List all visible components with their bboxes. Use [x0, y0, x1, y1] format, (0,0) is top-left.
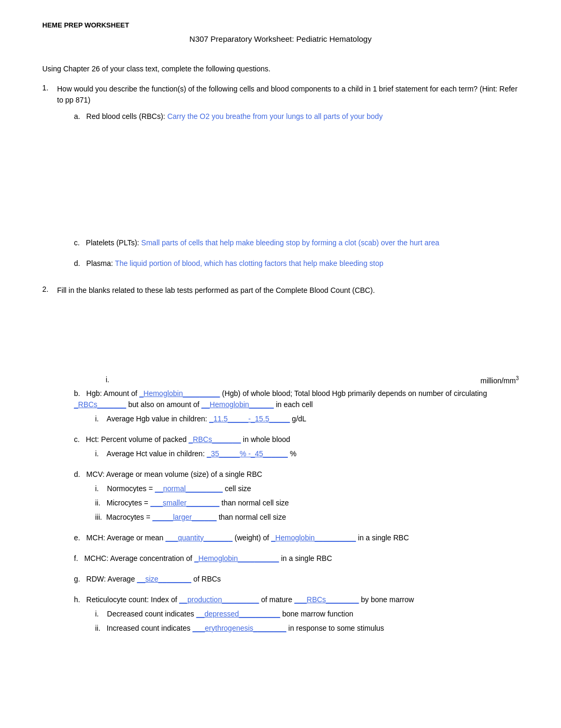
- q2-c-i-blank: _35_____% -_45______: [207, 449, 287, 458]
- intro-text: Using Chapter 26 of your class text, com…: [42, 64, 519, 73]
- rbc-roman-i-unit: million/mm3: [481, 375, 519, 385]
- q2-b-blank3: __Hemoglobin______: [201, 400, 274, 409]
- q2-g-text2: of RBCs: [193, 575, 221, 583]
- q2-d-sub-iii: iii. Macrocytes = _____larger______ than…: [95, 512, 519, 523]
- q2-g-label: g.: [74, 575, 84, 583]
- q1-d-label: d.: [74, 259, 84, 268]
- q2-h-sub-ii: ii. Increased count indicates ___erythro…: [95, 623, 519, 634]
- q2-f-blank1: _Hemoglobin__________: [194, 554, 279, 563]
- q2-d-i-blank: __normal_________: [155, 484, 222, 493]
- q2-h-label: h.: [74, 595, 84, 604]
- page-title: N307 Preparatory Worksheet: Pediatric He…: [42, 34, 519, 43]
- q2-b-sub-i: i. Average Hgb value in children: _11.5_…: [95, 413, 519, 425]
- q2-c-blank1: _RBCs_______: [189, 435, 241, 444]
- q2-f-text2: in a single RBC: [281, 554, 332, 563]
- q2-h-blank1: __production_________: [179, 595, 259, 604]
- q2-item-f: f. MCHC: Average concentration of _Hemog…: [74, 553, 519, 564]
- q2-item-d: d. MCV: Average or mean volume (size) of…: [74, 469, 519, 523]
- question-2: 2. Fill in the blanks related to these l…: [42, 285, 519, 634]
- question-1-number: 1.: [42, 84, 53, 106]
- q1-sub-a: a. Red blood cells (RBCs): Carry the O2 …: [74, 111, 519, 122]
- question-2-number: 2.: [42, 285, 53, 296]
- q2-item-b: b. Hgb: Amount of _Hemoglobin_________ (…: [74, 388, 519, 425]
- page-header-small: HEME PREP WORKSHEET: [42, 21, 519, 29]
- q2-item-h: h. Reticulocyte count: Index of __produc…: [74, 594, 519, 634]
- q2-c-i-text: Average Hct value in children:: [107, 449, 207, 458]
- q2-b-text4: in each cell: [276, 400, 313, 409]
- q2-h-blank2: ___RBCs________: [294, 595, 359, 604]
- q2-d-ii-roman: ii.: [95, 499, 105, 507]
- q1-c-answer: Small parts of cells that help make blee…: [141, 238, 439, 247]
- q2-c-sub-i: i. Average Hct value in children: _35___…: [95, 448, 519, 459]
- q2-b-blank2: _RBCs_______: [74, 400, 126, 409]
- rbc-roman-i-label: i.: [106, 375, 109, 385]
- q2-h-ii-blank: ___erythrogenesis________: [192, 624, 286, 632]
- q2-d-i-end: cell size: [225, 484, 251, 493]
- q2-h-text1: Reticulocyte count: Index of: [86, 595, 179, 604]
- q2-h-i-blank: __depressed__________: [196, 610, 280, 618]
- question-1: 1. How would you describe the function(s…: [42, 84, 519, 269]
- q2-d-i-text: Normocytes =: [107, 484, 155, 493]
- q2-e-blank1: ___quantity_______: [165, 533, 232, 542]
- q2-e-text2: (weight) of: [235, 533, 271, 542]
- question-2-text: Fill in the blanks related to these lab …: [57, 285, 375, 296]
- q2-c-i-roman: i.: [95, 449, 105, 458]
- q2-d-ii-text: Microcytes =: [107, 499, 151, 507]
- q2-d-sub-ii: ii. Microcytes = ___smaller________ than…: [95, 497, 519, 509]
- q1-c-label: c.: [74, 238, 84, 247]
- q2-h-text3: by bone marrow: [361, 595, 414, 604]
- q2-h-i-end: bone marrow function: [282, 610, 353, 618]
- q2-d-iii-roman: iii.: [95, 513, 104, 521]
- q2-c-text1: Hct: Percent volume of packed: [86, 435, 189, 444]
- q1-a-answer: Carry the O2 you breathe from your lungs…: [167, 112, 383, 121]
- q2-d-ii-blank: ___smaller________: [151, 499, 220, 507]
- q2-b-i-unit: g/dL: [292, 414, 306, 423]
- q2-d-iii-blank: _____larger______: [153, 513, 217, 521]
- q2-c-i-unit: %: [290, 449, 296, 458]
- q1-a-prefix: Red blood cells (RBCs):: [86, 112, 167, 121]
- q2-b-i-text: Average Hgb value in children:: [107, 414, 209, 423]
- q1-c-prefix: Platelets (PLTs):: [86, 238, 142, 247]
- q2-d-i-roman: i.: [95, 484, 105, 493]
- q1-sub-d: d. Plasma: The liquid portion of blood, …: [74, 258, 519, 269]
- q2-b-text2: (Hgb) of whole blood; Total blood Hgb pr…: [222, 389, 487, 398]
- q2-e-label: e.: [74, 533, 84, 542]
- q2-h-ii-text: Increased count indicates: [107, 624, 193, 632]
- q2-c-label: c.: [74, 435, 84, 444]
- q2-b-text3: but also on amount of: [128, 400, 202, 409]
- q2-item-e: e. MCH: Average or mean ___quantity_____…: [74, 532, 519, 543]
- q2-b-blank1: _Hemoglobin_________: [139, 389, 220, 398]
- q1-sub-c: c. Platelets (PLTs): Small parts of cell…: [74, 237, 519, 248]
- q2-e-text3: in a single RBC: [358, 533, 409, 542]
- q2-d-text: MCV: Average or mean volume (size) of a …: [86, 470, 262, 478]
- q2-b-text1: Hgb: Amount of: [86, 389, 139, 398]
- q2-h-text2: of mature: [261, 595, 294, 604]
- q2-item-c: c. Hct: Percent volume of packed _RBCs__…: [74, 434, 519, 459]
- q2-item-g: g. RDW: Average __size________ of RBCs: [74, 574, 519, 585]
- q2-h-i-roman: i.: [95, 610, 105, 618]
- q2-h-ii-roman: ii.: [95, 624, 105, 632]
- q2-b-i-blank: _11.5_____-_15.5_____: [209, 414, 290, 423]
- q2-d-label: d.: [74, 470, 84, 478]
- q2-g-text1: RDW: Average: [86, 575, 137, 583]
- q1-d-prefix: Plasma:: [86, 259, 115, 268]
- q2-h-i-text: Decreased count indicates: [107, 610, 197, 618]
- question-1-text: How would you describe the function(s) o…: [57, 84, 519, 106]
- q2-c-text2: in whole blood: [243, 435, 291, 444]
- q1-a-label: a.: [74, 112, 84, 121]
- q1-d-answer: The liquid portion of blood, which has c…: [115, 259, 384, 268]
- q2-h-ii-end: in response to some stimulus: [288, 624, 384, 632]
- q2-d-sub-i: i. Normocytes = __normal_________ cell s…: [95, 483, 519, 494]
- q2-h-sub-i: i. Decreased count indicates __depressed…: [95, 609, 519, 620]
- q2-g-blank1: __size________: [137, 575, 191, 583]
- q2-b-i-roman: i.: [95, 414, 105, 423]
- q2-f-label: f.: [74, 554, 82, 563]
- q2-d-iii-end: than normal cell size: [219, 513, 286, 521]
- q2-b-label: b.: [74, 389, 84, 398]
- q2-f-text1: MCHC: Average concentration of: [84, 554, 194, 563]
- q2-d-ii-end: than normal cell size: [221, 499, 289, 507]
- q2-e-text1: MCH: Average or mean: [86, 533, 165, 542]
- q2-d-iii-text: Macrocytes =: [106, 513, 153, 521]
- q2-e-blank2: _Hemoglobin__________: [271, 533, 356, 542]
